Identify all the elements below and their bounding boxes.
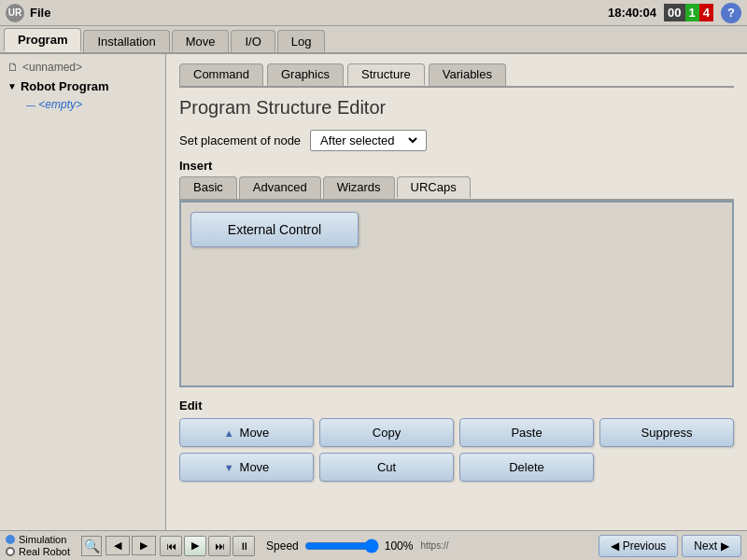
tab-structure[interactable]: Structure (347, 63, 425, 86)
playback-nav: ⏮ ▶ ⏭ ⏸ (160, 536, 255, 556)
next-icon: ▶ (721, 539, 729, 553)
move-down-button[interactable]: Move (179, 453, 314, 482)
real-robot-option[interactable]: Real Robot (6, 546, 70, 557)
subtab-wizards[interactable]: Wizards (323, 176, 395, 199)
tab-command[interactable]: Command (179, 63, 263, 86)
paste-label: Paste (511, 426, 542, 440)
previous-label: Previous (623, 539, 667, 553)
dash-icon: — (26, 100, 35, 110)
copy-label: Copy (373, 426, 401, 440)
bottom-bar: Simulation Real Robot 🔍 ◀ ▶ ⏮ ▶ ⏭ ⏸ Spee… (0, 530, 747, 560)
cut-label: Cut (377, 460, 396, 474)
help-button[interactable]: ? (721, 3, 741, 23)
previous-button[interactable]: ◀ Previous (599, 535, 679, 557)
delete-button[interactable]: Delete (459, 453, 594, 482)
sidebar-empty: — <empty> (4, 96, 162, 113)
pause-button[interactable]: ⏸ (233, 536, 255, 556)
top-tab-bar: Program Installation Move I/O Log (0, 26, 747, 54)
clock: 18:40:04 (608, 6, 656, 20)
subtab-advanced[interactable]: Advanced (239, 176, 321, 199)
zoom-icon[interactable]: 🔍 (81, 536, 102, 556)
insert-panel: External Control (179, 201, 734, 387)
step-back-button[interactable]: ⏮ (160, 536, 182, 556)
zoom-nav-row: 🔍 ◀ ▶ ⏮ ▶ ⏭ ⏸ (81, 536, 255, 556)
tab-graphics[interactable]: Graphics (267, 63, 344, 86)
placement-dropdown[interactable]: Before selected After selected As child (310, 130, 427, 151)
sidebar-robot-program[interactable]: ▼ Robot Program (4, 77, 162, 96)
main-layout: 🗋 <unnamed> ▼ Robot Program — <empty> Co… (0, 54, 747, 530)
badge-00: 00 (664, 4, 684, 21)
status-badges: 00 1 4 (664, 4, 713, 21)
cut-button[interactable]: Cut (319, 453, 454, 482)
tab-log[interactable]: Log (277, 30, 326, 52)
placement-select[interactable]: Before selected After selected As child (317, 133, 420, 148)
tab-variables[interactable]: Variables (429, 63, 506, 86)
suppress-label: Suppress (641, 426, 693, 440)
simulation-radio[interactable] (6, 535, 15, 544)
edit-buttons-row2: Move Cut Delete (179, 453, 734, 482)
unnamed-label: <unnamed> (22, 61, 82, 74)
speed-label: Speed (266, 539, 299, 553)
paste-button[interactable]: Paste (459, 418, 594, 447)
real-robot-radio[interactable] (6, 547, 15, 556)
nav-controls: ◀ Previous Next ▶ (599, 535, 741, 557)
move-up-label: Move (240, 426, 270, 440)
subtab-bar: Basic Advanced Wizards URCaps (179, 176, 734, 201)
next-button[interactable]: Next ▶ (682, 535, 741, 557)
inner-tab-bar: Command Graphics Structure Variables (179, 63, 734, 88)
edit-label: Edit (179, 399, 734, 413)
move-up-button[interactable]: Move (179, 418, 314, 447)
subtab-urcaps[interactable]: URCaps (397, 176, 471, 199)
titlebar-left: UR File (6, 4, 50, 22)
move-down-label: Move (240, 460, 270, 474)
sidebar: 🗋 <unnamed> ▼ Robot Program — <empty> (0, 54, 166, 530)
tab-move[interactable]: Move (172, 30, 230, 52)
simulation-option[interactable]: Simulation (6, 534, 70, 545)
badge-1: 1 (685, 4, 699, 21)
placement-label: Set placement of node (179, 133, 301, 147)
sim-real-selector: Simulation Real Robot (6, 534, 70, 557)
forward-button[interactable]: ▶ (132, 536, 156, 555)
ur-logo: UR (6, 4, 24, 22)
speed-section: Speed 100% (266, 539, 413, 553)
external-control-button[interactable]: External Control (190, 212, 359, 247)
expand-icon: ▼ (7, 81, 17, 91)
app-title: File (30, 6, 50, 20)
page-title: Program Structure Editor (179, 97, 734, 119)
suppress-button[interactable]: Suppress (599, 418, 734, 447)
tab-installation[interactable]: Installation (83, 30, 169, 52)
next-label: Next (694, 539, 717, 553)
subtab-basic[interactable]: Basic (179, 176, 237, 199)
real-robot-label: Real Robot (19, 546, 70, 557)
speed-slider[interactable] (304, 539, 379, 553)
arrow-down-icon (224, 460, 234, 474)
delete-label: Delete (509, 460, 544, 474)
play-button[interactable]: ▶ (184, 536, 206, 556)
empty-label: <empty> (38, 98, 82, 111)
url-bar: https:// (420, 540, 590, 551)
badge-4: 4 (699, 4, 713, 21)
content-area: Command Graphics Structure Variables Pro… (166, 54, 747, 530)
simulation-label: Simulation (19, 534, 66, 545)
nav-arrows: ◀ ▶ (106, 536, 156, 555)
robot-program-label: Robot Program (21, 79, 109, 93)
edit-buttons-row1: Move Copy Paste Suppress (179, 418, 734, 447)
tab-program[interactable]: Program (4, 28, 81, 52)
page-icon: 🗋 (7, 61, 19, 74)
step-forward-button[interactable]: ⏭ (208, 536, 231, 556)
back-button[interactable]: ◀ (106, 536, 130, 555)
placement-row: Set placement of node Before selected Af… (179, 130, 734, 151)
insert-label: Insert (179, 159, 734, 173)
prev-icon: ◀ (611, 539, 619, 553)
titlebar: UR File 18:40:04 00 1 4 ? (0, 0, 747, 26)
arrow-up-icon (224, 426, 234, 440)
tab-io[interactable]: I/O (231, 30, 275, 52)
speed-value: 100% (385, 539, 414, 553)
copy-button[interactable]: Copy (319, 418, 454, 447)
sidebar-unnamed: 🗋 <unnamed> (4, 58, 162, 77)
